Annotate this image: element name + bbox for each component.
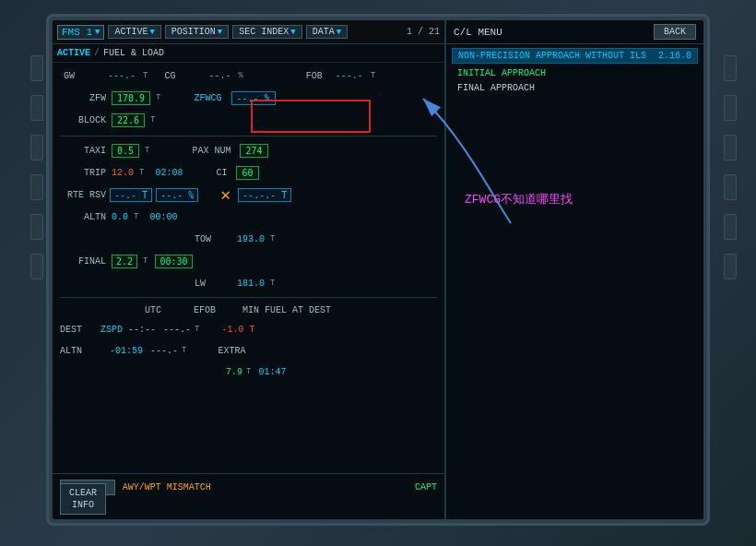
lw-value: 181.0 — [237, 279, 265, 289]
side-btn-6[interactable] — [30, 254, 43, 279]
jtsn-gw-value[interactable]: --.-.- T — [238, 188, 291, 202]
tow-label: TOW — [195, 234, 231, 244]
right-side-controls — [721, 55, 739, 516]
zfw-row: ZFW 170.9 T ZFWCG --.- % — [60, 88, 437, 108]
altn2-label: ALTN — [60, 346, 97, 356]
dest-airport: ZSPD — [100, 325, 123, 335]
sec-index-button[interactable]: SEC INDEX ▼ — [232, 25, 301, 39]
fob-value: ---.- — [336, 71, 363, 81]
side-btn-4[interactable] — [30, 174, 43, 200]
side-btn-2[interactable] — [30, 95, 43, 121]
right-side-btn-5[interactable] — [724, 214, 737, 240]
pax-num-value[interactable]: 274 — [240, 144, 267, 158]
fms-dropdown-arrow: ▼ — [95, 28, 100, 37]
breadcrumb-bar: ACTIVE / FUEL & LOAD — [53, 44, 444, 63]
gw-label: GW — [64, 71, 100, 81]
block-label: BLOCK — [60, 115, 106, 125]
final-label: FINAL — [60, 256, 106, 267]
right-side-btn-6[interactable] — [724, 254, 737, 279]
annotation-text: ZFWCG不知道哪里找 — [465, 191, 573, 208]
altn-time: 00:00 — [149, 212, 177, 222]
block-row: BLOCK 22.6 T — [60, 110, 437, 130]
altn2-time: -01:59 — [110, 346, 143, 356]
final-time[interactable]: 00:30 — [155, 255, 192, 268]
jtsn-cross-area: ✕ — [220, 184, 230, 205]
active-label: ACTIVE — [57, 48, 90, 58]
taxi-value[interactable]: 0.5 — [112, 144, 139, 158]
rte-rsv-value1[interactable]: --.- T — [110, 188, 152, 202]
extra-label: EXTRA — [218, 346, 245, 356]
trip-value: 12.0 — [112, 168, 134, 178]
fms-selector[interactable]: FMS 1 ▼ — [57, 25, 104, 40]
efob-header: EFOB — [182, 305, 228, 315]
left-side-controls — [28, 55, 46, 516]
page-number: 1 / 21 — [407, 27, 440, 37]
gw-row: GW ---.- T CG --.- % FOB ---.- T — [60, 65, 437, 86]
cg-label: CG — [164, 71, 201, 81]
side-btn-5[interactable] — [30, 214, 43, 240]
ci-label: CI — [216, 168, 227, 178]
path-label: FUEL & LOAD — [103, 48, 164, 58]
zfwcg-label: ZFWCG — [195, 93, 222, 103]
active-button[interactable]: ACTIVE ▼ — [108, 25, 160, 39]
altn-label: ALTN — [60, 212, 106, 222]
menu-item-1[interactable]: INITIAL APPROACH — [452, 66, 698, 80]
rte-rsv-value2[interactable]: --.- % — [156, 188, 198, 202]
side-btn-1[interactable] — [30, 55, 43, 81]
min-fuel-header: MIN FUEL AT DEST — [242, 305, 331, 315]
right-side-btn-4[interactable] — [724, 174, 737, 200]
back-button[interactable]: BACK — [654, 24, 696, 40]
zfwcg-value[interactable]: --.- % — [231, 91, 276, 105]
extra-time: 01:47 — [258, 367, 286, 377]
block-value[interactable]: 22.6 — [112, 113, 145, 127]
zfw-label: ZFW — [60, 93, 106, 103]
fob-label: FOB — [306, 71, 323, 81]
taxi-label: TAXI — [60, 146, 106, 156]
cross-icon: ✕ — [220, 186, 230, 205]
min-fuel-value: -1.0 T — [221, 325, 254, 335]
trip-time: 02:08 — [155, 168, 183, 178]
rte-rsv-label: RTE RSV — [60, 190, 106, 200]
clear-info-button[interactable]: CLEAR INFO — [60, 483, 106, 515]
zfw-value[interactable]: 170.9 — [112, 91, 150, 105]
side-btn-3[interactable] — [30, 135, 43, 160]
tow-value: 193.0 — [237, 234, 265, 244]
utc-header: UTC — [130, 305, 176, 315]
cg-value: --.- — [208, 71, 230, 81]
ci-value[interactable]: 60 — [236, 166, 258, 180]
right-side-btn-2[interactable] — [724, 95, 737, 121]
data-button[interactable]: DATA ▼ — [306, 25, 348, 39]
trip-label: TRIP — [60, 168, 106, 178]
altn-value: 0.0 — [112, 212, 128, 222]
position-button[interactable]: POSITION ▼ — [165, 25, 229, 39]
menu-header-item[interactable]: NON-PRECISION APPROACH WITHOUT ILS 2.16.… — [452, 48, 698, 64]
cl-menu-label: C/L MENU — [454, 27, 502, 38]
pax-num-label: PAX NUM — [192, 146, 230, 156]
final-value[interactable]: 2.2 — [112, 255, 137, 268]
capt-text: CAPT — [415, 482, 437, 493]
fms-label: FMS 1 — [62, 27, 92, 38]
dest-label: DEST — [60, 325, 97, 335]
lw-label: LW — [195, 279, 231, 289]
extra-fuel-value: 7.9 — [226, 367, 242, 377]
menu-item-2[interactable]: FINAL APPROACH — [452, 81, 698, 95]
right-side-btn-1[interactable] — [724, 55, 737, 81]
warning-text: AWY/WPT MISMATCH — [123, 482, 211, 493]
gw-value: ---.- — [108, 71, 136, 81]
right-side-btn-3[interactable] — [724, 135, 737, 160]
top-nav-bar: FMS 1 ▼ ACTIVE ▼ POSITION ▼ SEC INDEX ▼ … — [53, 20, 444, 44]
